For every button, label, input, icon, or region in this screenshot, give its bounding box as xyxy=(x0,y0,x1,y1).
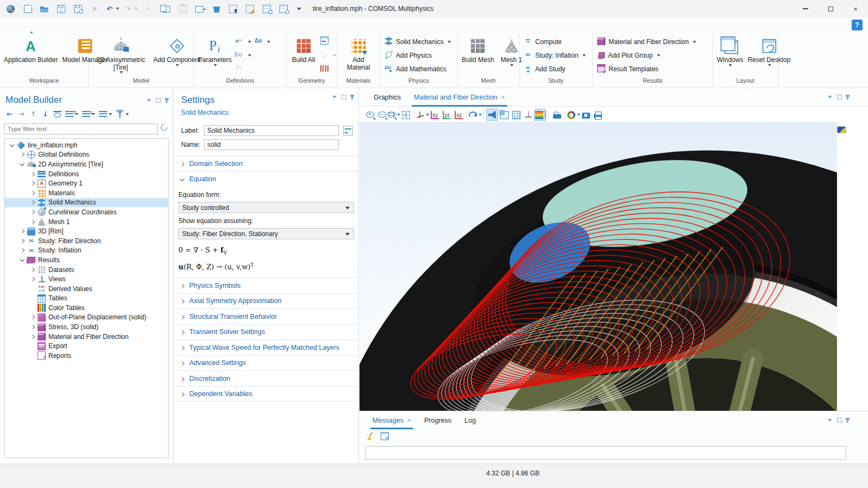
toolbar-separator[interactable] xyxy=(565,110,566,119)
panel-menu-icon[interactable] xyxy=(332,96,337,98)
tree-item[interactable]: tire_inflation.mph xyxy=(5,140,168,150)
ribbon-button[interactable] xyxy=(234,35,253,48)
refresh-button[interactable] xyxy=(161,124,168,131)
ribbon-button[interactable] xyxy=(234,62,253,76)
menu-tab[interactable] xyxy=(51,17,64,34)
toolbar-separator[interactable] xyxy=(548,110,549,119)
tree-item[interactable]: Views xyxy=(5,274,168,284)
tree-expander-icon[interactable] xyxy=(29,294,36,302)
tree-item[interactable]: Color Tables xyxy=(5,303,168,313)
ribbon-button[interactable]: Add Study xyxy=(521,62,588,76)
tree-item[interactable]: 3D [Rim] xyxy=(5,226,168,236)
ribbon-button[interactable]: Compute xyxy=(521,35,588,48)
qat-button[interactable] xyxy=(142,2,154,15)
tree-toolbar-button[interactable] xyxy=(99,110,112,118)
graphics-tool-button[interactable] xyxy=(429,109,441,121)
graphics-tool-button[interactable] xyxy=(580,109,592,121)
ribbon-button[interactable]: Parameters xyxy=(196,35,234,77)
menu-tab[interactable] xyxy=(129,17,142,34)
tree-item[interactable]: Materials xyxy=(5,188,168,198)
tree-item[interactable]: Results xyxy=(5,255,168,265)
ribbon-button[interactable]: Application Builder xyxy=(2,35,60,77)
equation-form-select[interactable]: Study controlled xyxy=(178,202,354,213)
ribbon-button[interactable]: Add Mathematics xyxy=(382,62,454,76)
tree-expander-icon[interactable] xyxy=(29,352,36,360)
graphics-tool-button[interactable] xyxy=(534,109,546,121)
tree-expander-icon[interactable] xyxy=(29,218,36,226)
ribbon-button[interactable]: Add Physics xyxy=(382,48,454,62)
tree-item[interactable]: Global Definitions xyxy=(5,150,168,160)
tree-toolbar-button[interactable] xyxy=(29,110,38,118)
qat-button[interactable] xyxy=(159,2,171,15)
ribbon-button[interactable] xyxy=(319,62,338,76)
tree-toolbar-button[interactable] xyxy=(116,110,129,118)
qat-button[interactable] xyxy=(227,2,239,15)
qat-button[interactable] xyxy=(193,2,205,15)
tree-expander-icon[interactable] xyxy=(29,285,36,293)
tree-item[interactable]: Study: Inflation xyxy=(5,246,168,256)
panel-pin-icon[interactable] xyxy=(166,98,168,103)
graphics-tool-button[interactable] xyxy=(522,109,534,121)
ribbon-button[interactable]: Add Plot Group xyxy=(594,48,699,62)
tree-item[interactable]: Study: Fiber Direction xyxy=(5,236,168,246)
settings-section-header[interactable]: Advanced Settings xyxy=(174,355,358,371)
settings-section-header[interactable]: Structural Transient Behavior xyxy=(174,308,358,324)
toolbar-separator[interactable] xyxy=(483,110,484,119)
tree-item[interactable]: Out-of-Plane Displacement (solid) xyxy=(5,313,168,323)
tree-item[interactable]: Datasets xyxy=(5,265,168,275)
graphics-tool-button[interactable] xyxy=(376,109,388,121)
tree-expander-icon[interactable] xyxy=(29,304,36,312)
close-button[interactable]: × xyxy=(843,0,868,17)
tree-expander-icon[interactable] xyxy=(29,199,36,206)
tree-item[interactable]: Solid Mechanics xyxy=(5,198,168,208)
ribbon-button[interactable]: Reset Desktop xyxy=(746,35,793,77)
ribbon-button[interactable]: Solid Mechanics xyxy=(382,35,454,48)
graphics-tool-button[interactable] xyxy=(364,109,376,121)
tree-item[interactable]: Geometry 1 xyxy=(5,178,168,188)
ribbon-button[interactable]: Build Mesh xyxy=(460,35,496,77)
graphics-tool-button[interactable] xyxy=(400,109,412,121)
settings-section-header[interactable]: Typical Wave Speed for Perfectly Matched… xyxy=(174,339,358,355)
ribbon-button[interactable]: Build All xyxy=(288,35,319,77)
graphics-tool-button[interactable] xyxy=(469,109,481,121)
graphics-tool-button[interactable] xyxy=(417,109,429,121)
tree-item[interactable]: Stress, 3D (solid) xyxy=(5,322,168,332)
tree-item[interactable]: Reports xyxy=(5,351,168,361)
close-icon[interactable]: × xyxy=(407,417,411,424)
minimize-button[interactable] xyxy=(793,0,818,17)
tree-expander-icon[interactable] xyxy=(29,170,36,178)
graphics-tool-button[interactable] xyxy=(551,109,563,121)
tree-item[interactable]: Curvilinear Coordinates xyxy=(5,207,168,217)
menu-tab[interactable] xyxy=(90,17,103,34)
ribbon-button[interactable]: 2D Axisymmetric [Tire] xyxy=(90,35,151,77)
tree-item[interactable]: Mesh 1 xyxy=(5,217,168,227)
qat-button[interactable] xyxy=(55,2,67,15)
graphics-tool-button[interactable] xyxy=(452,109,464,121)
graphics-tool-button[interactable] xyxy=(498,109,510,121)
settings-section-header[interactable]: Transient Solver Settings xyxy=(174,324,358,340)
panel-maximize-icon[interactable] xyxy=(837,95,842,100)
tree-expander-icon[interactable] xyxy=(29,189,36,197)
graphics-tool-button[interactable] xyxy=(441,109,452,121)
3d-viewport[interactable] xyxy=(359,122,837,411)
show-equation-select[interactable]: Study: Fiber Direction, Stationary xyxy=(178,228,354,239)
menu-tab[interactable] xyxy=(25,17,38,34)
graphics-tool-button[interactable] xyxy=(510,109,522,121)
tree-item[interactable]: Material and Fiber Direction xyxy=(5,332,168,342)
ribbon-button[interactable] xyxy=(253,35,272,48)
ribbon-button[interactable]: Study: Inflation xyxy=(521,48,588,62)
menu-tab[interactable] xyxy=(77,17,90,34)
panel-menu-icon[interactable] xyxy=(828,96,832,98)
ribbon-button[interactable]: Add Material xyxy=(339,35,378,77)
toolbar-separator[interactable] xyxy=(467,110,467,119)
qat-button[interactable] xyxy=(176,2,188,15)
qat-button[interactable] xyxy=(106,2,119,15)
messages-tab[interactable]: Messages × xyxy=(366,411,418,429)
tree-expander-icon[interactable] xyxy=(29,313,36,321)
rename-icon[interactable] xyxy=(343,126,353,135)
ribbon-button[interactable]: Result Templates xyxy=(594,62,699,76)
settings-section-header[interactable]: Axial Symmetry Approximation xyxy=(174,293,358,309)
qat-button[interactable] xyxy=(72,2,84,15)
filter-input[interactable] xyxy=(4,123,158,134)
panel-pin-icon[interactable] xyxy=(847,95,848,100)
